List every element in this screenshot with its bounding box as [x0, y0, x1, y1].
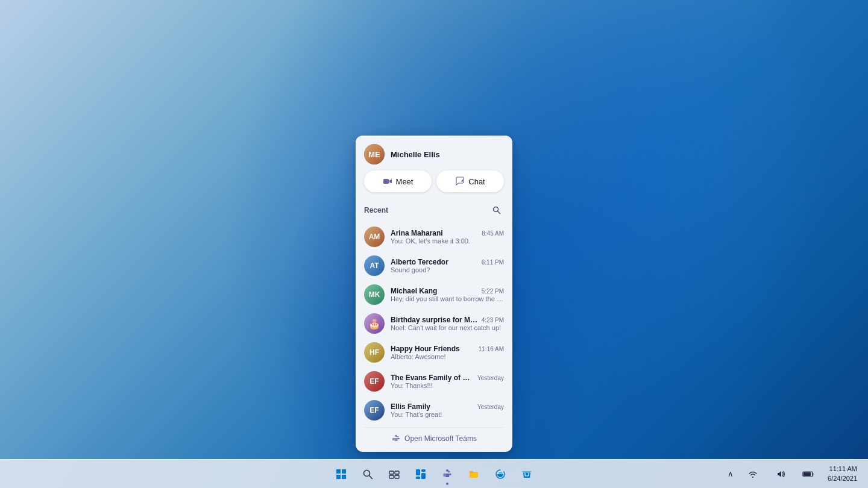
teams-icon — [391, 434, 401, 443]
conv-time-happyhour: 11:16 AM — [479, 346, 504, 352]
conversation-item-arina[interactable]: AM Arina Maharani 8:45 AM You: OK, let's… — [356, 222, 512, 251]
network-icon[interactable] — [741, 462, 765, 486]
avatar-happyhour: HF — [364, 342, 385, 363]
svg-rect-11 — [389, 475, 394, 478]
clock-date: 6/24/2021 — [828, 474, 857, 483]
task-view-icon — [389, 469, 400, 480]
search-button[interactable] — [356, 462, 380, 486]
conv-preview-ellisfam: You: That's great! — [391, 411, 504, 418]
conv-preview-arina: You: OK, let's make it 3:00. — [391, 237, 504, 245]
svg-rect-0 — [383, 179, 389, 184]
conv-name-happyhour: Happy Hour Friends — [391, 345, 460, 353]
teams-taskbar-icon — [441, 468, 453, 480]
svg-rect-13 — [416, 469, 420, 475]
avatar-evans: EF — [364, 371, 385, 392]
conv-preview-birthday: Noel: Can't wait for our next catch up! — [391, 324, 504, 331]
avatar-michael: MK — [364, 284, 385, 305]
desktop: ME Michelle Ellis Meet Chat — [0, 0, 868, 488]
teams-taskbar-button[interactable] — [435, 462, 459, 486]
tray-icons[interactable]: ∧ — [724, 467, 737, 481]
speaker-icon — [776, 469, 785, 479]
conversation-item-alberto[interactable]: AT Alberto Tercedor 6:11 PM Sound good? — [356, 251, 512, 280]
conv-time-evans: Yesterday — [477, 375, 504, 381]
widgets-button[interactable] — [409, 462, 433, 486]
conv-top-happyhour: Happy Hour Friends 11:16 AM — [391, 345, 504, 353]
file-explorer-icon — [468, 469, 479, 480]
conv-time-ellisfam: Yesterday — [477, 404, 504, 410]
edge-browser-button[interactable] — [488, 462, 512, 486]
conv-content-happyhour: Happy Hour Friends 11:16 AM Alberto: Awe… — [391, 345, 504, 360]
panel-header: ME Michelle Ellis — [356, 136, 512, 170]
chat-label: Chat — [468, 177, 485, 186]
search-conversations-button[interactable] — [489, 203, 504, 217]
conv-top-michael: Michael Kang 5:22 PM — [391, 287, 504, 295]
task-view-button[interactable] — [382, 462, 406, 486]
conversation-item-evans[interactable]: EF The Evans Family of Supers Yesterday … — [356, 367, 512, 396]
edge-icon — [495, 469, 506, 480]
conversation-item-michael[interactable]: MK Michael Kang 5:22 PM Hey, did you sti… — [356, 280, 512, 309]
avatar-arina: AM — [364, 227, 385, 247]
taskbar-search-icon — [362, 469, 373, 480]
store-icon — [521, 469, 532, 480]
file-explorer-button[interactable] — [462, 462, 486, 486]
volume-icon[interactable] — [769, 462, 793, 486]
conv-name-arina: Arina Maharani — [391, 229, 443, 237]
avatar-ellisfam: EF — [364, 400, 385, 421]
conv-content-evans: The Evans Family of Supers Yesterday You… — [391, 374, 504, 389]
chat-button[interactable]: Chat — [436, 170, 504, 192]
svg-rect-6 — [342, 475, 346, 479]
conv-preview-happyhour: Alberto: Awesome! — [391, 353, 504, 360]
open-teams-button[interactable]: Open Microsoft Teams — [356, 428, 512, 452]
clock-time: 11:11 AM — [828, 465, 857, 474]
wifi-icon — [748, 469, 758, 479]
taskbar-center-icons — [329, 462, 539, 486]
conv-top-alberto: Alberto Tercedor 6:11 PM — [391, 258, 504, 266]
avatar-birthday: 🎂 — [364, 313, 385, 334]
svg-rect-4 — [342, 469, 346, 474]
conv-time-alberto: 6:11 PM — [482, 259, 504, 266]
meet-button[interactable]: Meet — [364, 170, 432, 192]
conv-top-ellisfam: Ellis Family Yesterday — [391, 402, 504, 411]
svg-rect-3 — [336, 469, 341, 474]
svg-rect-14 — [421, 469, 426, 472]
conv-content-birthday: Birthday surprise for Mum 4:23 PM Noel: … — [391, 316, 504, 331]
start-button[interactable] — [329, 462, 353, 486]
conv-name-alberto: Alberto Tercedor — [391, 258, 448, 266]
svg-rect-18 — [804, 472, 811, 476]
taskbar-clock[interactable]: 11:11 AM 6/24/2021 — [824, 463, 861, 484]
svg-rect-10 — [395, 471, 399, 474]
store-button[interactable] — [515, 462, 539, 486]
windows-logo-icon — [336, 469, 347, 480]
conv-content-michael: Michael Kang 5:22 PM Hey, did you still … — [391, 287, 504, 302]
action-buttons-row: Meet Chat — [356, 170, 512, 199]
search-icon — [492, 206, 501, 214]
conv-name-ellisfam: Ellis Family — [391, 402, 430, 411]
widgets-icon — [415, 469, 426, 480]
chat-compose-icon — [455, 177, 465, 186]
conv-top-arina: Arina Maharani 8:45 AM — [391, 229, 504, 237]
conv-name-birthday: Birthday surprise for Mum — [391, 316, 478, 324]
svg-line-2 — [498, 211, 500, 214]
meet-label: Meet — [396, 177, 414, 186]
svg-rect-12 — [395, 475, 399, 478]
svg-rect-5 — [336, 475, 341, 479]
conv-content-ellisfam: Ellis Family Yesterday You: That's great… — [391, 402, 504, 418]
user-avatar-img: ME — [364, 144, 385, 164]
conversation-item-happyhour[interactable]: HF Happy Hour Friends 11:16 AM Alberto: … — [356, 338, 512, 367]
conversation-item-ellisfam[interactable]: EF Ellis Family Yesterday You: That's gr… — [356, 396, 512, 425]
recent-label: Recent — [364, 206, 388, 214]
conv-content-alberto: Alberto Tercedor 6:11 PM Sound good? — [391, 258, 504, 274]
conv-preview-evans: You: Thanks!!! — [391, 382, 504, 389]
conversation-item-birthday[interactable]: 🎂 Birthday surprise for Mum 4:23 PM Noel… — [356, 309, 512, 338]
video-camera-icon — [383, 177, 392, 186]
conv-top-birthday: Birthday surprise for Mum 4:23 PM — [391, 316, 504, 324]
chevron-up-icon: ∧ — [728, 469, 734, 478]
svg-line-8 — [370, 475, 373, 478]
teams-chat-panel: ME Michelle Ellis Meet Chat — [356, 136, 512, 452]
conv-name-michael: Michael Kang — [391, 287, 437, 295]
conv-content-arina: Arina Maharani 8:45 AM You: OK, let's ma… — [391, 229, 504, 245]
conversation-list: AM Arina Maharani 8:45 AM You: OK, let's… — [356, 220, 512, 427]
teams-active-dot — [446, 483, 448, 485]
recent-header: Recent — [356, 199, 512, 220]
battery-icon[interactable] — [796, 462, 820, 486]
